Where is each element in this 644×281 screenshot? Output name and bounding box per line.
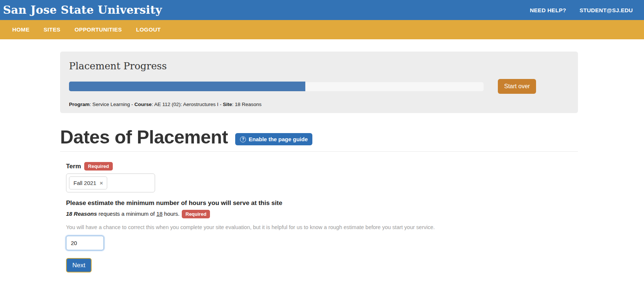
dates-of-placement-form: Term Required Fall 2021 × Please estimat… (60, 162, 578, 272)
progress-bar-fill (69, 82, 305, 91)
hours-field: Please estimate the minimum number of ho… (66, 199, 578, 272)
summary-course-value: AE 112 (02): Aerostructures I (154, 102, 218, 107)
term-field: Term Required Fall 2021 × (66, 162, 578, 192)
hours-question-label: Please estimate the minimum number of ho… (66, 199, 578, 207)
panel-title: Placement Progress (69, 60, 569, 72)
nav-item-home[interactable]: HOME (5, 20, 37, 39)
summary-separator: - (130, 102, 134, 107)
header-links: NEED HELP? STUDENT@SJ.EDU (530, 7, 633, 13)
main-content: Placement Progress Start over Program: S… (60, 52, 578, 272)
next-button[interactable]: Next (66, 258, 92, 272)
summary-colon: : (90, 102, 93, 107)
summary-colon: : (232, 102, 235, 107)
summary-colon: : (152, 102, 154, 107)
placement-summary: Program: Service Learning - Course: AE 1… (69, 102, 569, 108)
term-label: Term (66, 163, 81, 170)
start-over-button[interactable]: Start over (498, 79, 536, 94)
term-select[interactable]: Fall 2021 × (66, 173, 155, 192)
hours-requirement-line: 18 Reasons requests a minimum of 18 hour… (66, 210, 578, 218)
remove-term-icon[interactable]: × (100, 179, 103, 186)
placement-progress-panel: Placement Progress Start over Program: S… (60, 52, 578, 113)
summary-site-label: Site (223, 102, 232, 107)
page-title-row: Dates of Placement ? Enable the page gui… (60, 127, 578, 147)
progress-row: Start over (69, 79, 569, 94)
summary-course-label: Course (134, 102, 152, 107)
progress-bar-track (69, 82, 484, 91)
nav-item-sites[interactable]: SITES (37, 20, 68, 39)
term-label-row: Term Required (66, 162, 578, 171)
summary-program-label: Program (69, 102, 90, 107)
next-button-row: Next (66, 258, 578, 272)
need-help-link[interactable]: NEED HELP? (530, 7, 566, 13)
summary-separator: - (218, 102, 223, 107)
university-brand[interactable]: San Jose State University (3, 0, 162, 20)
requirement-text: requests a minimum of (97, 211, 156, 217)
nav-item-logout[interactable]: LOGOUT (129, 20, 168, 39)
top-header-bar: San Jose State University NEED HELP? STU… (0, 0, 644, 20)
minimum-hours-value: 18 (156, 211, 162, 217)
nav-item-opportunities[interactable]: OPPORTUNITIES (68, 20, 129, 39)
summary-site-value: 18 Reasons (235, 102, 262, 107)
user-email-link[interactable]: STUDENT@SJ.EDU (579, 7, 633, 13)
term-required-badge: Required (84, 162, 112, 171)
enable-page-guide-button[interactable]: ? Enable the page guide (235, 133, 312, 145)
hours-helper-text: You will have a chance to correct this w… (66, 224, 578, 231)
title-divider (60, 151, 578, 152)
term-selected-tag: Fall 2021 × (69, 176, 107, 189)
summary-program-value: Service Learning (92, 102, 130, 107)
main-nav: HOME SITES OPPORTUNITIES LOGOUT (0, 20, 644, 39)
requirement-text-end: hours. (162, 211, 180, 217)
site-name: 18 Reasons (66, 211, 97, 217)
hours-required-badge: Required (182, 210, 210, 218)
hours-input[interactable] (66, 236, 104, 250)
guide-button-label: Enable the page guide (249, 136, 308, 143)
page-title: Dates of Placement (60, 127, 228, 147)
term-tag-label: Fall 2021 (73, 179, 96, 186)
question-circle-icon: ? (240, 136, 246, 142)
